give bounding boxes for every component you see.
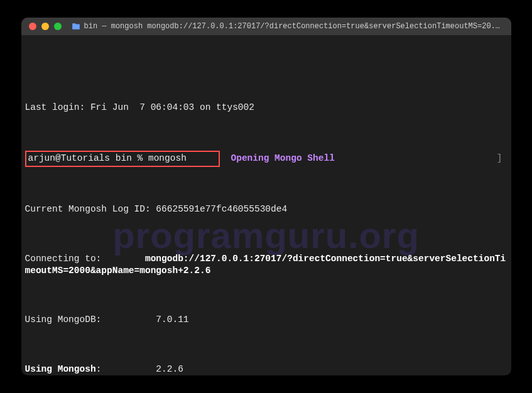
window-title: bin — mongosh mongodb://127.0.0.1:27017/…: [84, 22, 504, 31]
connecting-label: Connecting to:: [25, 254, 145, 264]
mongosh-label: Using Mongosh: [25, 364, 96, 374]
minimize-icon[interactable]: [41, 23, 49, 30]
connecting-line: Connecting to: mongodb://127.0.0.1:27017…: [25, 253, 508, 277]
command-highlight-1: arjun@Tutorials bin % mongosh: [25, 151, 220, 167]
mongodb-version: 7.0.11: [101, 315, 188, 325]
bracket-icon: ]: [497, 153, 502, 165]
mongodb-label: Using MongoDB:: [25, 315, 102, 325]
terminal-content[interactable]: programguru.org Last login: Fri Jun 7 06…: [21, 35, 511, 375]
window-controls: [29, 23, 62, 30]
terminal-window: bin — mongosh mongodb://127.0.0.1:27017/…: [21, 18, 511, 375]
using-mongosh-line: Using Mongosh: 2.2.6: [25, 363, 508, 375]
annotation-opening-shell: Opening Mongo Shell: [231, 153, 335, 165]
titlebar: bin — mongosh mongodb://127.0.0.1:27017/…: [21, 18, 511, 35]
using-mongodb-line: Using MongoDB: 7.0.11: [25, 314, 508, 326]
log-id-line: Current Mongosh Log ID: 66625591e77fc460…: [25, 203, 508, 216]
last-login-line: Last login: Fri Jun 7 06:04:03 on ttys00…: [25, 102, 508, 114]
folder-icon: [72, 22, 80, 31]
mongosh-version: 2.2.6: [101, 364, 183, 374]
maximize-icon[interactable]: [54, 23, 62, 30]
close-icon[interactable]: [29, 23, 36, 30]
